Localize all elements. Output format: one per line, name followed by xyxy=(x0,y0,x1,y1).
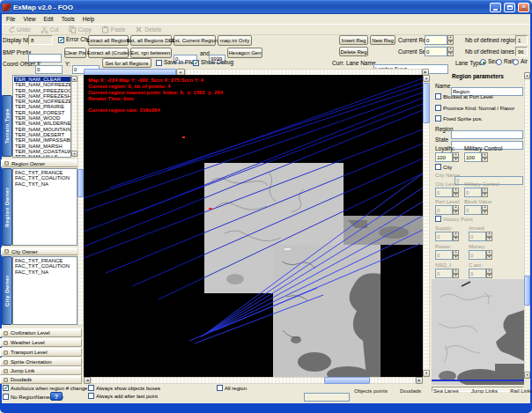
delete-button[interactable]: Delete xyxy=(135,26,161,33)
spin-down-icon[interactable]: ▼ xyxy=(447,52,454,57)
extract-all-regions-button[interactable]: Extract all Regions xyxy=(88,35,129,46)
map-hscroll-left-arrow[interactable]: ◀ xyxy=(84,377,91,384)
panel-vscroll-up-arrow[interactable]: ▲ xyxy=(524,72,530,79)
city-owner-tab[interactable]: City Owner xyxy=(2,256,12,325)
menu-item[interactable]: Help xyxy=(83,16,94,22)
lane-type-air-radio[interactable]: Air xyxy=(513,59,528,65)
spin-down-icon[interactable]: ▼ xyxy=(482,193,488,198)
panel-vscroll-thumb[interactable] xyxy=(524,276,530,306)
terrain-list-scrollbar[interactable] xyxy=(71,76,78,157)
spin-down-icon[interactable]: ▼ xyxy=(486,274,492,279)
clear-pts-button[interactable]: Clear Pts xyxy=(64,48,86,58)
province-kind-checkbox[interactable]: Province Kind: Normal / Flavor xyxy=(435,105,514,111)
armed-stepper[interactable]: 0▲▼ xyxy=(469,232,492,241)
maximize-button[interactable] xyxy=(504,3,515,12)
set-for-all-regions-button[interactable]: Set for all Regions xyxy=(102,58,151,68)
show-debug-checkbox[interactable]: Show Debug xyxy=(193,60,233,66)
minimize-button[interactable] xyxy=(490,3,501,12)
coord-x-input[interactable] xyxy=(35,65,63,74)
terrain-type-tab[interactable]: Terrain Type xyxy=(2,95,12,157)
close-button[interactable]: × xyxy=(518,3,529,12)
terrain-list-item[interactable]: TER_NAM_IMPASSABLEPK xyxy=(14,137,70,143)
city-checkbox[interactable]: City xyxy=(435,164,452,170)
spin-down-icon[interactable]: ▼ xyxy=(482,210,488,216)
terrain-scroll-down-arrow[interactable]: ▼ xyxy=(71,151,78,157)
spin-down-icon[interactable]: ▼ xyxy=(482,158,488,163)
spin-down-icon[interactable]: ▼ xyxy=(453,274,459,279)
ext-current-region-button[interactable]: Ext. Current Region xyxy=(174,35,216,46)
city-owner-list[interactable]: FAC_TXT_FRANCEFAC_TXT_COALITIONFAC_TXT_N… xyxy=(12,256,78,325)
panel-vscroll-track[interactable] xyxy=(524,72,530,379)
terrain-scroll-up-arrow[interactable]: ▲ xyxy=(71,76,78,82)
map-ini-only-button[interactable]: map.ini Only xyxy=(218,35,252,46)
current-region-stepper[interactable]: 0▲▼ xyxy=(425,35,454,45)
spin-down-icon[interactable]: ▼ xyxy=(453,210,459,216)
bottom-bar-field[interactable] xyxy=(304,393,350,402)
bottom-bar-label[interactable]: Sea Lanes xyxy=(433,388,459,394)
spin-down-icon[interactable]: ▼ xyxy=(453,193,459,198)
panel-vscroll-down-arrow[interactable]: ▼ xyxy=(524,372,530,379)
section-jump-link[interactable]: Jump Link xyxy=(0,366,82,375)
map-preview[interactable] xyxy=(432,279,524,385)
map-hscroll-thumb[interactable] xyxy=(324,377,370,384)
terrain-type-list[interactable]: TER_NAM_CLEARTER_NAM_NOFREEZEOCETER_NAM_… xyxy=(12,75,71,158)
region-owner-header[interactable]: Region Owner xyxy=(1,159,82,167)
spin-down-icon[interactable]: ▼ xyxy=(453,255,459,261)
spin-down-icon[interactable]: ▼ xyxy=(486,255,492,261)
block-value-stepper[interactable]: 0▲▼ xyxy=(464,205,488,215)
display-nb-field[interactable]: 8 xyxy=(28,35,53,45)
menu-item[interactable]: View xyxy=(23,16,35,22)
bottom-bar-label[interactable]: Doodads xyxy=(400,388,421,394)
section-sprite-orientation[interactable]: Sprite Orientation xyxy=(0,358,82,366)
section-transport-level[interactable]: Transport Level xyxy=(0,348,82,357)
delete-reg-button[interactable]: Delete Reg xyxy=(339,47,368,56)
loyalty-stepper[interactable]: 100▲▼ xyxy=(435,152,459,162)
port-level-stepper[interactable]: 0▲▼ xyxy=(435,205,459,215)
autofocus-checkbox[interactable]: Autofocus when region # change xyxy=(3,385,87,391)
map-canvas[interactable]: Map X: -224 Map Y: -392 Scrn X: 275 Scrn… xyxy=(84,75,423,377)
faction-list-item[interactable]: FAC_TXT_COALITION xyxy=(14,175,77,181)
title-bar[interactable]: ExMap v2.0 - FOO × xyxy=(0,0,532,14)
always-add-checkbox[interactable]: Always add after last point xyxy=(88,393,158,399)
lane-type-rail-radio[interactable]: Rail xyxy=(496,59,514,65)
ext-all-regions-def-button[interactable]: Ext. all Regions DEF xyxy=(130,35,172,46)
ext-rgn-between-button[interactable]: Ext. rgn between: xyxy=(130,48,172,58)
military-control2-stepper[interactable]: 0▲▼ xyxy=(464,188,488,197)
city-owner-header[interactable]: City Owner xyxy=(1,247,82,255)
spin-down-icon[interactable]: ▼ xyxy=(453,237,459,242)
map-vscroll-down-arrow[interactable]: ▼ xyxy=(423,370,430,377)
spin-down-icon[interactable]: ▼ xyxy=(453,158,459,163)
cact-stepper[interactable]: 0▲▼ xyxy=(469,269,492,278)
hexagon-gen-button[interactable]: Hexagon Gen xyxy=(227,48,262,58)
insert-reg-button[interactable]: Insert Reg xyxy=(339,35,368,45)
help-button[interactable]: ? xyxy=(50,392,63,401)
supply-stepper[interactable]: 0▲▼ xyxy=(435,232,459,241)
faction-list-item[interactable]: FAC_TXT_COALITION xyxy=(14,263,77,269)
victory-point-checkbox[interactable]: Victory Point xyxy=(435,216,473,222)
sidebar-scrollbar-track[interactable] xyxy=(78,75,84,326)
region-owner-tab[interactable]: Region Owner xyxy=(2,168,12,246)
terrain-list-item[interactable]: TER_NAM_NOFREEZEOCE xyxy=(14,82,70,87)
spin-down-icon[interactable]: ▼ xyxy=(447,41,454,46)
terrain-list-item[interactable]: TER_NAM_MARSH xyxy=(14,144,70,149)
money-stepper[interactable]: 0▲▼ xyxy=(469,250,492,260)
section-weather-level[interactable]: Weather Level xyxy=(0,338,82,347)
paste-button[interactable]: Paste xyxy=(101,26,126,33)
fixed-sprite-checkbox[interactable]: Fixed Sprite pos. xyxy=(435,115,483,122)
current-sea-lane-stepper[interactable]: 0▲▼ xyxy=(425,47,454,56)
cut-button[interactable]: Cut xyxy=(41,26,59,33)
region-owner-list[interactable]: FAC_TXT_FRANCEFAC_TXT_COALITIONFAC_TXT_N… xyxy=(12,168,78,246)
military-control-stepper[interactable]: 100▲▼ xyxy=(464,152,488,162)
menu-item[interactable]: Edit xyxy=(43,16,53,22)
bottom-bar-label[interactable]: Rail Links xyxy=(510,388,532,394)
menu-item[interactable]: Tools xyxy=(62,16,75,22)
power-stepper[interactable]: 0▲▼ xyxy=(435,250,459,260)
section-civilization-level[interactable]: Civilization Level xyxy=(0,328,82,337)
terrain-list-item[interactable]: TER_NAM_FREEZEOCEAN xyxy=(14,88,70,93)
bottom-bar-label[interactable]: Jump Links xyxy=(471,388,498,394)
map-hscroll-right-arrow[interactable]: ▶ xyxy=(416,377,423,384)
copy-button[interactable]: Copy xyxy=(69,26,92,33)
save-in-png-checkbox[interactable]: Save In PNG xyxy=(156,60,197,66)
menu-item[interactable]: File xyxy=(6,16,15,22)
nsq-stepper[interactable]: 0▲▼ xyxy=(435,269,459,278)
